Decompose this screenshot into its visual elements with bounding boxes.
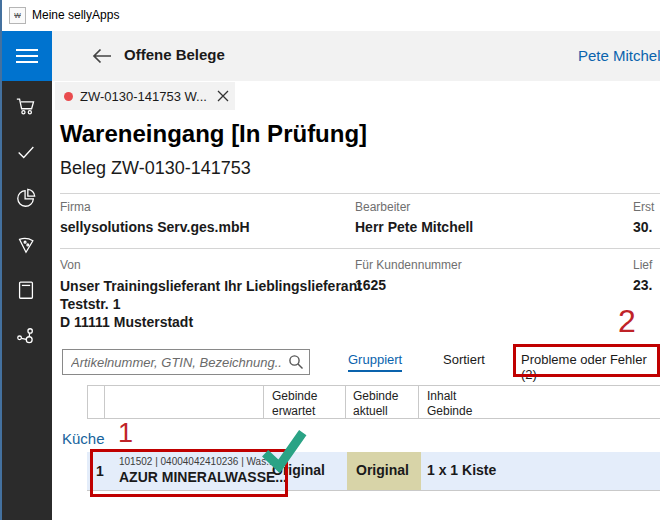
group-row-kueche[interactable]: Küche	[62, 430, 105, 447]
table-top-border	[87, 385, 660, 386]
book-icon	[15, 279, 37, 301]
sidebar-item-cart[interactable]	[15, 95, 37, 117]
search-input[interactable]	[62, 349, 310, 375]
kundennummer-label: Für Kundennummer	[355, 258, 462, 272]
search-icon[interactable]	[288, 354, 304, 370]
von-line: Teststr. 1	[60, 295, 362, 313]
von-line: D 11111 Musterstadt	[60, 313, 362, 331]
table-grid-line	[87, 385, 88, 418]
liefer-value: 23.	[633, 277, 652, 293]
sidebar-item-food[interactable]	[15, 233, 37, 255]
table-row-border	[87, 490, 660, 491]
bearbeiter-label: Bearbeiter	[355, 200, 410, 214]
divider	[60, 248, 660, 249]
pie-chart-icon	[15, 187, 37, 209]
nav-sidebar	[0, 81, 52, 520]
document-tab[interactable]: ZW-0130-141753 W...	[55, 82, 235, 110]
sidebar-item-catalog[interactable]	[15, 279, 37, 301]
hamburger-icon	[16, 49, 38, 51]
cart-icon	[15, 95, 37, 117]
von-line: Unser Trainingslieferant Ihr Lieblingsli…	[60, 277, 362, 295]
share-network-icon	[15, 325, 37, 347]
cell-inhalt-gebinde: 1 x 1 Kiste	[427, 462, 496, 478]
table-grid-line	[104, 385, 105, 418]
unsaved-dot-icon	[64, 92, 73, 101]
app-logo-icon: w	[9, 7, 26, 24]
window-border	[0, 0, 2, 520]
article-name: AZUR MINERALWASSE...	[119, 469, 287, 485]
annotation-number-1: 1	[118, 418, 133, 449]
column-header-gebinde-aktuell: Gebinde aktuell	[353, 389, 411, 419]
app-window: w Meine sellyApps Offene Belege Pete Mit…	[0, 0, 660, 520]
title-bar: w Meine sellyApps	[0, 0, 660, 30]
tab-label: ZW-0130-141753 W...	[80, 89, 207, 104]
divider	[60, 193, 660, 194]
row-number: 1	[96, 463, 104, 479]
close-icon[interactable]	[217, 90, 229, 102]
table-grid-line	[418, 385, 419, 418]
bearbeiter-value: Herr Pete Mitchell	[355, 219, 473, 235]
kundennummer-value: 1625	[355, 277, 386, 293]
window-title: Meine sellyApps	[32, 8, 119, 22]
erstellt-label: Erst	[633, 200, 654, 214]
pizza-icon	[15, 233, 37, 255]
tab-sortiert[interactable]: Sortiert	[443, 352, 485, 367]
sidebar-item-reports[interactable]	[15, 187, 37, 209]
table-header-border	[87, 418, 660, 419]
document-title: Wareneingang [In Prüfung]	[60, 120, 367, 148]
tab-probleme-fehler[interactable]: Probleme oder Fehler (2)	[521, 352, 660, 382]
firma-label: Firma	[60, 200, 91, 214]
article-meta: 101502 | 04004042410236 | Was...	[119, 456, 275, 467]
page-title: Offene Belege	[124, 46, 225, 63]
sidebar-item-share[interactable]	[15, 325, 37, 347]
column-header-gebinde-erwartet: Gebinde erwartet	[272, 389, 334, 419]
erstellt-value: 30.	[633, 219, 652, 235]
von-label: Von	[60, 258, 81, 272]
hamburger-icon	[16, 61, 38, 63]
hamburger-menu-button[interactable]	[2, 31, 52, 81]
check-icon	[15, 141, 37, 163]
column-header-inhalt-gebinde: Inhalt Gebinde	[427, 389, 485, 419]
back-button[interactable]	[90, 44, 114, 68]
hamburger-icon	[16, 55, 38, 57]
cell-gebinde-aktuell: Original	[356, 462, 409, 478]
sidebar-item-tasks[interactable]	[15, 141, 37, 163]
table-grid-line	[345, 385, 346, 418]
table-grid-line	[263, 385, 264, 418]
tab-gruppiert[interactable]: Gruppiert	[348, 352, 402, 372]
firma-value: sellysolutions Serv.ges.mbH	[60, 219, 250, 235]
liefer-label: Lief	[633, 258, 652, 272]
back-arrow-icon	[90, 44, 114, 68]
cell-gebinde-erwartet: Original	[272, 462, 325, 478]
von-value: Unser Trainingslieferant Ihr Lieblingsli…	[60, 277, 362, 331]
annotation-number-2: 2	[618, 303, 636, 340]
document-subtitle: Beleg ZW-0130-141753	[60, 158, 251, 179]
user-account-link[interactable]: Pete Mitchell	[578, 47, 660, 64]
